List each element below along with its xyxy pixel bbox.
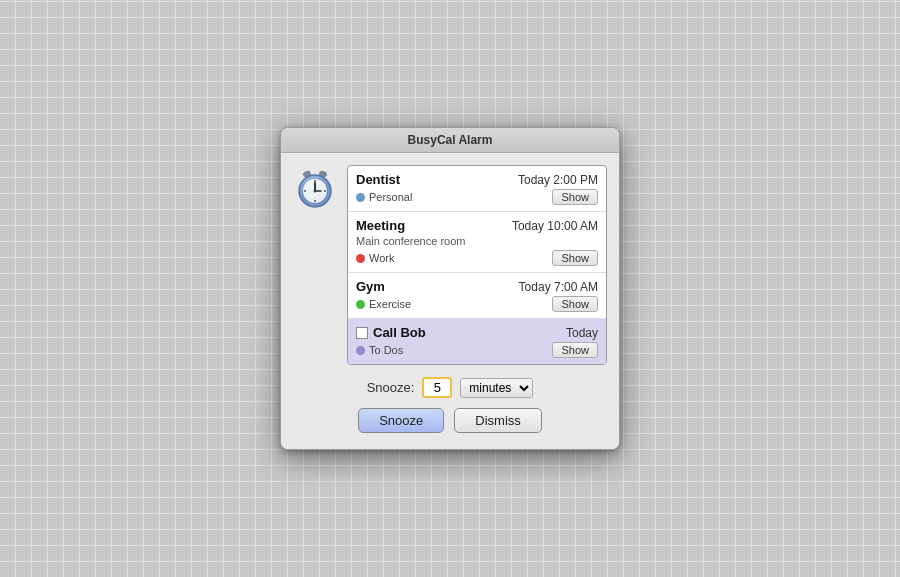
call-bob-time: Today	[566, 326, 598, 340]
dentist-title: Dentist	[356, 172, 400, 187]
dentist-time: Today 2:00 PM	[518, 173, 598, 187]
dentist-dot	[356, 193, 365, 202]
dentist-meta: Personal Show	[356, 189, 598, 205]
call-bob-checkbox[interactable]	[356, 327, 368, 339]
dentist-calendar-name: Personal	[369, 191, 412, 203]
gym-show-button[interactable]: Show	[552, 296, 598, 312]
snooze-unit-select[interactable]: minutes hours	[460, 378, 533, 398]
alarm-header: Dentist Today 2:00 PM Personal Show M	[293, 165, 607, 365]
meeting-meta: Work Show	[356, 250, 598, 266]
call-bob-dot	[356, 346, 365, 355]
snooze-input[interactable]	[422, 377, 452, 398]
alarm-window: BusyCal Alarm	[280, 127, 620, 450]
call-bob-title: Call Bob	[373, 325, 426, 340]
call-bob-show-button[interactable]: Show	[552, 342, 598, 358]
meeting-calendar-name: Work	[369, 252, 394, 264]
title-bar: BusyCal Alarm	[281, 128, 619, 153]
gym-calendar-name: Exercise	[369, 298, 411, 310]
gym-title-row: Gym Today 7:00 AM	[356, 279, 598, 294]
events-list: Dentist Today 2:00 PM Personal Show M	[347, 165, 607, 365]
dentist-calendar: Personal	[356, 191, 412, 203]
snooze-button[interactable]: Snooze	[358, 408, 444, 433]
window-title: BusyCal Alarm	[408, 133, 493, 147]
event-row-dentist: Dentist Today 2:00 PM Personal Show	[348, 166, 606, 212]
window-body: Dentist Today 2:00 PM Personal Show M	[281, 153, 619, 449]
meeting-dot	[356, 254, 365, 263]
meeting-calendar: Work	[356, 252, 394, 264]
event-row-gym: Gym Today 7:00 AM Exercise Show	[348, 273, 606, 319]
meeting-title-row: Meeting Today 10:00 AM	[356, 218, 598, 233]
event-row-call-bob: Call Bob Today To Dos Show	[348, 319, 606, 364]
dentist-title-row: Dentist Today 2:00 PM	[356, 172, 598, 187]
meeting-time: Today 10:00 AM	[512, 219, 598, 233]
svg-point-11	[314, 190, 317, 193]
buttons-row: Snooze Dismiss	[293, 408, 607, 433]
gym-dot	[356, 300, 365, 309]
snooze-row: Snooze: minutes hours	[293, 377, 607, 398]
event-row-meeting: Meeting Today 10:00 AM Main conference r…	[348, 212, 606, 273]
call-bob-title-row: Call Bob Today	[356, 325, 598, 340]
meeting-subtitle: Main conference room	[356, 235, 598, 247]
meeting-show-button[interactable]: Show	[552, 250, 598, 266]
dentist-show-button[interactable]: Show	[552, 189, 598, 205]
gym-title: Gym	[356, 279, 385, 294]
call-bob-calendar-name: To Dos	[369, 344, 403, 356]
gym-meta: Exercise Show	[356, 296, 598, 312]
gym-time: Today 7:00 AM	[519, 280, 598, 294]
call-bob-title-wrapper: Call Bob	[356, 325, 426, 340]
call-bob-calendar: To Dos	[356, 344, 403, 356]
dismiss-button[interactable]: Dismiss	[454, 408, 542, 433]
snooze-label: Snooze:	[367, 380, 415, 395]
meeting-title: Meeting	[356, 218, 405, 233]
clock-icon	[293, 165, 337, 209]
gym-calendar: Exercise	[356, 298, 411, 310]
call-bob-meta: To Dos Show	[356, 342, 598, 358]
